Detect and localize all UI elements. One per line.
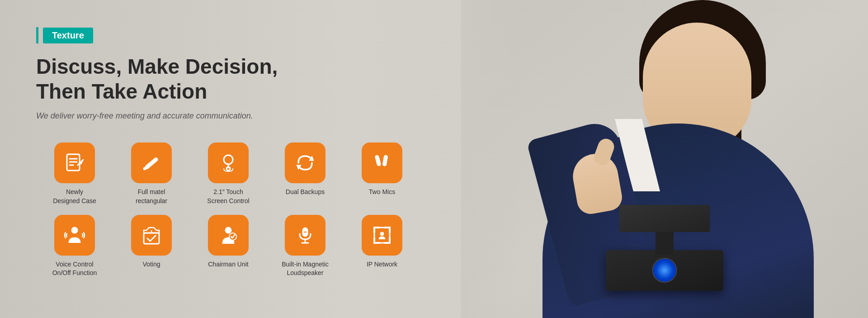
newly-designed-case-icon-bg — [54, 142, 95, 183]
texture-label: Texture — [43, 28, 93, 43]
feature-two-mics: Two Mics — [344, 142, 420, 197]
dual-backups-icon-bg — [285, 142, 326, 183]
two-mics-icon-bg — [362, 142, 402, 183]
case-icon — [63, 152, 86, 174]
feature-voice-control: Voice ControlOn/Off Function — [36, 215, 113, 278]
svg-point-16 — [225, 227, 231, 233]
svg-rect-11 — [375, 155, 381, 166]
voice-control-label: Voice ControlOn/Off Function — [52, 260, 97, 278]
content-area: Texture Discuss, Make Decision, Then Tak… — [0, 0, 475, 318]
features-row-1: NewlyDesigned Case Full matelrectangular — [36, 142, 439, 205]
ip-network-label: IP Network — [367, 260, 397, 269]
chairman-unit-label: Chairman Unit — [208, 260, 248, 269]
touch-icon — [217, 152, 240, 174]
feature-dual-backups: Dual Backups — [267, 142, 344, 197]
feature-loudspeaker: Built-in MagneticLoudspeaker — [267, 215, 344, 278]
ip-network-icon-bg — [362, 215, 402, 256]
dual-backups-label: Dual Backups — [286, 188, 325, 197]
svg-point-6 — [224, 155, 233, 164]
heading-line2: Then Take Action — [36, 79, 439, 104]
touch-screen-icon-bg — [208, 142, 249, 183]
feature-touch-screen: 2.1″ TouchScreen Control — [190, 142, 267, 205]
feature-voting: Voting — [113, 215, 190, 269]
newly-designed-case-label: NewlyDesigned Case — [53, 188, 96, 205]
voting-icon-bg — [131, 215, 172, 256]
full-matel-label: Full matelrectangular — [136, 188, 167, 205]
features-grid: NewlyDesigned Case Full matelrectangular — [36, 142, 439, 277]
feature-ip-network: IP Network — [344, 215, 420, 269]
rectangular-icon — [140, 152, 163, 174]
person-photo-area — [461, 0, 868, 318]
speaker-icon — [294, 224, 316, 247]
mics-icon — [371, 152, 393, 174]
backup-icon — [294, 152, 316, 174]
feature-chairman-unit: Chairman Unit — [190, 215, 267, 269]
feature-newly-designed-case: NewlyDesigned Case — [36, 142, 113, 205]
loudspeaker-icon-bg — [285, 215, 326, 256]
network-icon — [371, 224, 393, 247]
main-heading: Discuss, Make Decision, Then Take Action — [36, 54, 439, 104]
voice-control-icon-bg — [54, 215, 95, 256]
chairman-icon — [217, 224, 240, 247]
texture-badge: Texture — [36, 27, 439, 43]
features-row-2: Voice ControlOn/Off Function Voting — [36, 215, 439, 278]
svg-point-8 — [226, 167, 230, 171]
voice-icon — [63, 224, 86, 247]
chairman-unit-icon-bg — [208, 215, 249, 256]
svg-rect-4 — [144, 157, 158, 170]
svg-point-5 — [143, 167, 146, 170]
touch-screen-label: 2.1″ TouchScreen Control — [207, 188, 249, 205]
sub-heading: We deliver worry-free meeting and accura… — [36, 111, 439, 121]
voting-label: Voting — [143, 260, 160, 269]
svg-rect-14 — [144, 233, 159, 244]
full-matel-icon-bg — [131, 142, 172, 183]
heading-line1: Discuss, Make Decision, — [36, 54, 439, 79]
feature-full-matel: Full matelrectangular — [113, 142, 190, 205]
two-mics-label: Two Mics — [369, 188, 395, 197]
svg-point-23 — [380, 232, 384, 236]
svg-point-13 — [71, 227, 78, 233]
svg-rect-12 — [382, 155, 388, 166]
loudspeaker-label: Built-in MagneticLoudspeaker — [282, 260, 329, 278]
voting-icon — [140, 224, 163, 247]
texture-bar — [36, 27, 38, 43]
